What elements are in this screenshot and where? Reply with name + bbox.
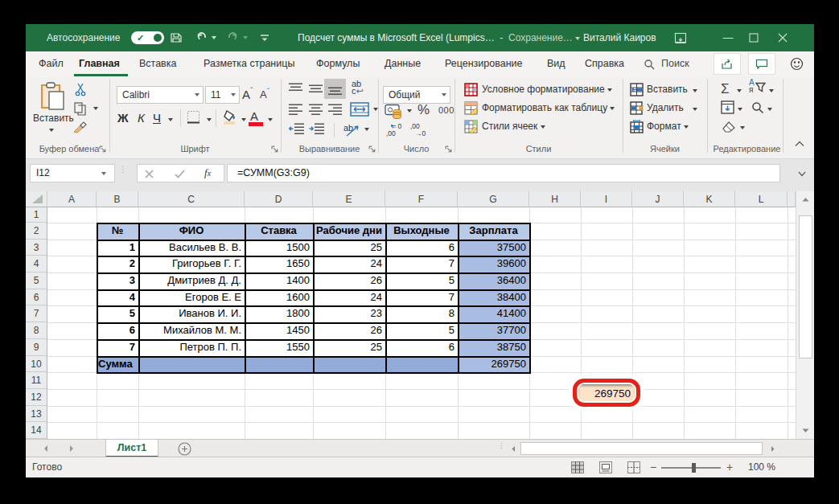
- svg-text:→0: →0: [415, 129, 426, 137]
- svg-text:,00: ,00: [386, 129, 396, 137]
